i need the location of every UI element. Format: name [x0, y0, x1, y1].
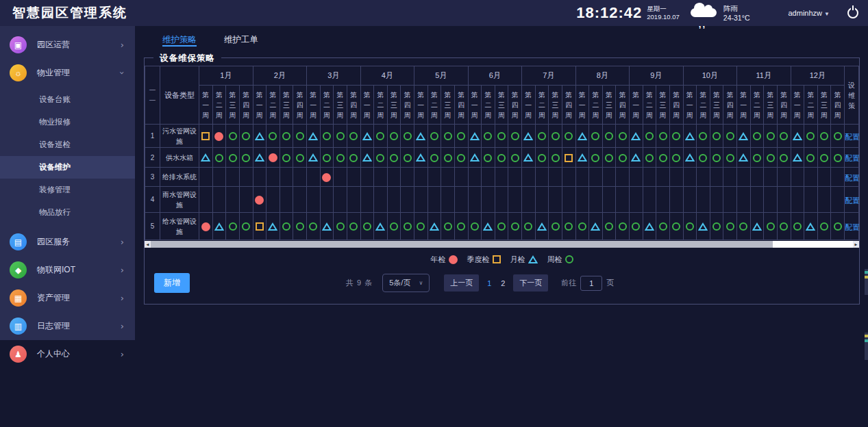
tab-maintenance-workorder[interactable]: 维护工单 [224, 34, 258, 47]
config-cell: 配置 [845, 187, 859, 213]
property-management-icon: ☼ [10, 64, 27, 81]
week-cell [253, 148, 266, 168]
week-cell [723, 125, 737, 148]
week-cell [764, 168, 778, 187]
weekly-check-symbol [444, 154, 452, 162]
tab-maintenance-strategy[interactable]: 维护策略 [162, 34, 197, 47]
weekly-check-symbol [605, 154, 613, 162]
week-cell [602, 148, 616, 168]
sidebar-subitem[interactable]: 物品放行 [0, 201, 135, 224]
week-header: 第三周 [334, 86, 347, 125]
scrollbar-thumb[interactable] [151, 241, 773, 248]
next-page-button[interactable]: 下一页 [513, 274, 548, 292]
week-cell [427, 168, 441, 187]
config-link[interactable]: 配置 [845, 196, 860, 205]
week-header: 第一周 [307, 86, 321, 125]
week-cell [616, 213, 630, 240]
sidebar-item-property-management[interactable]: ☼物业管理› [0, 59, 135, 87]
sidebar-subitem[interactable]: 设备维护 [0, 156, 135, 179]
page-number[interactable]: 1 [482, 279, 496, 287]
page-size-select[interactable]: 5条/页 ∨ [382, 274, 430, 292]
week-cell [764, 213, 778, 240]
config-link[interactable]: 配置 [845, 133, 860, 141]
week-cell [643, 187, 656, 213]
week-cell [401, 213, 414, 240]
sidebar-subitem[interactable]: 设备巡检 [0, 133, 135, 156]
config-link[interactable]: 配置 [845, 174, 860, 182]
week-cell [508, 148, 522, 168]
scroll-left-icon[interactable]: ◀ [145, 241, 151, 248]
week-cell [817, 125, 831, 148]
page-number[interactable]: 2 [496, 279, 510, 287]
week-cell [643, 148, 656, 168]
sidebar-item-asset-management[interactable]: ▦资产管理› [0, 284, 135, 312]
device-type-cell: 供水水箱 [160, 148, 199, 168]
week-cell [307, 213, 321, 240]
device-type-cell: 污水管网设施 [160, 125, 199, 148]
week-cell [777, 213, 791, 240]
weekly-check-symbol [578, 222, 586, 231]
week-cell [791, 125, 804, 148]
week-cell [508, 187, 522, 213]
weekly-check-symbol [767, 154, 775, 162]
scroll-right-icon[interactable]: ▶ [853, 241, 859, 248]
week-cell [575, 213, 589, 240]
weekly-check-symbol [296, 222, 304, 231]
week-cell [777, 148, 791, 168]
weekly-check-symbol [349, 222, 358, 231]
week-cell [737, 187, 751, 213]
goto-page-input[interactable] [580, 276, 602, 291]
sidebar-subitem[interactable]: 装修管理 [0, 179, 135, 201]
sidebar-subitem[interactable]: 物业报修 [0, 111, 135, 133]
sidebar-item-iot[interactable]: ◆物联网IOT› [0, 256, 135, 284]
user-menu[interactable]: adminhzw ▼ [788, 9, 830, 17]
weather-cloud-icon: ,, [689, 3, 719, 23]
weekly-check-symbol [417, 222, 425, 231]
sidebar-item-personal-center[interactable]: ♟个人中心› [0, 340, 135, 368]
week-header: 第一周 [575, 86, 589, 125]
week-cell [347, 125, 360, 148]
horizontal-scrollbar[interactable]: ◀ ▶ [145, 241, 859, 248]
config-cell: 配置 [845, 213, 859, 240]
monthly-check-symbol [362, 153, 372, 162]
week-cell [737, 213, 751, 240]
week-header: 第一周 [468, 86, 482, 125]
week-cell [764, 125, 778, 148]
config-link[interactable]: 配置 [845, 223, 860, 231]
sidebar: ▣园区运营›☼物业管理›设备台账物业报修设备巡检设备维护装修管理物品放行▤园区服… [0, 26, 135, 340]
week-cell [427, 213, 441, 240]
sidebar-item-park-service[interactable]: ▤园区服务› [0, 228, 135, 256]
week-cell [212, 148, 226, 168]
week-cell [401, 187, 414, 213]
week-cell [280, 187, 293, 213]
weekly-check-symbol [712, 132, 721, 140]
weekly-check-symbol [686, 222, 694, 231]
prev-page-button[interactable]: 上一页 [444, 274, 479, 292]
scrollbar-track[interactable] [773, 241, 853, 248]
weekly-check-symbol [404, 222, 412, 231]
config-link[interactable]: 配置 [845, 154, 860, 162]
sidebar-item-park-operation[interactable]: ▣园区运营› [0, 31, 135, 59]
table-body: 1污水管网设施配置2供水水箱配置3给排水系统配置4雨水管网设施配置5给水管网设施… [145, 125, 859, 240]
week-cell [575, 148, 589, 168]
week-header: 第四周 [562, 86, 575, 125]
sidebar-item-log-management[interactable]: ▥日志管理› [0, 312, 135, 340]
week-cell [562, 125, 575, 148]
week-cell [253, 187, 266, 213]
week-cell [320, 187, 334, 213]
sidebar-item-label: 资产管理 [37, 292, 70, 304]
week-cell [482, 213, 495, 240]
power-button[interactable] [847, 8, 858, 18]
week-cell [669, 125, 683, 148]
add-button[interactable]: 新增 [154, 273, 190, 293]
week-cell [616, 168, 630, 187]
week-cell [750, 168, 764, 187]
weekly-check-symbol [780, 222, 788, 231]
weekly-check-symbol [834, 222, 842, 231]
sidebar-subitem[interactable]: 设备台账 [0, 88, 135, 111]
weekly-check-symbol [282, 154, 290, 162]
legend-label: 年检 [431, 255, 446, 265]
weekly-check-symbol [565, 255, 573, 263]
monthly-check-symbol [308, 132, 318, 141]
weekly-check-symbol [444, 132, 452, 140]
